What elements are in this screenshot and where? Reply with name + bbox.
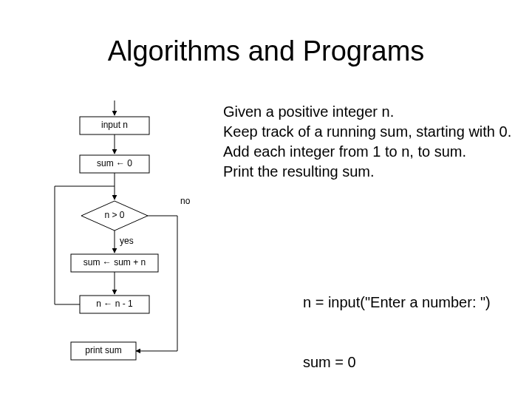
code-line: n = input("Enter a number: ") xyxy=(303,293,491,313)
flow-node-input-label: input n xyxy=(101,120,128,130)
desc-line: Print the resulting sum. xyxy=(223,162,526,182)
flowchart: input n sum ← 0 n > 0 no yes sum ← sum +… xyxy=(30,96,222,392)
desc-line: Keep track of a running sum, starting wi… xyxy=(223,122,526,142)
flow-edge-no: no xyxy=(180,196,191,206)
code-block: n = input("Enter a number: ") sum = 0 wh… xyxy=(303,253,491,399)
desc-line: Given a positive integer n. xyxy=(223,102,526,122)
flow-node-condition-label: n > 0 xyxy=(104,210,124,220)
flow-node-init-label: sum ← 0 xyxy=(97,158,132,168)
flow-node-add-label: sum ← sum + n xyxy=(83,257,146,267)
algorithm-description: Given a positive integer n. Keep track o… xyxy=(223,102,526,182)
flow-edge-yes: yes xyxy=(120,236,134,246)
page-title: Algorithms and Programs xyxy=(0,35,532,67)
flow-node-dec-label: n ← n - 1 xyxy=(96,299,133,309)
code-line: sum = 0 xyxy=(303,352,491,372)
desc-line: Add each integer from 1 to n, to sum. xyxy=(223,142,526,162)
flow-node-print-label: print sum xyxy=(85,345,121,355)
